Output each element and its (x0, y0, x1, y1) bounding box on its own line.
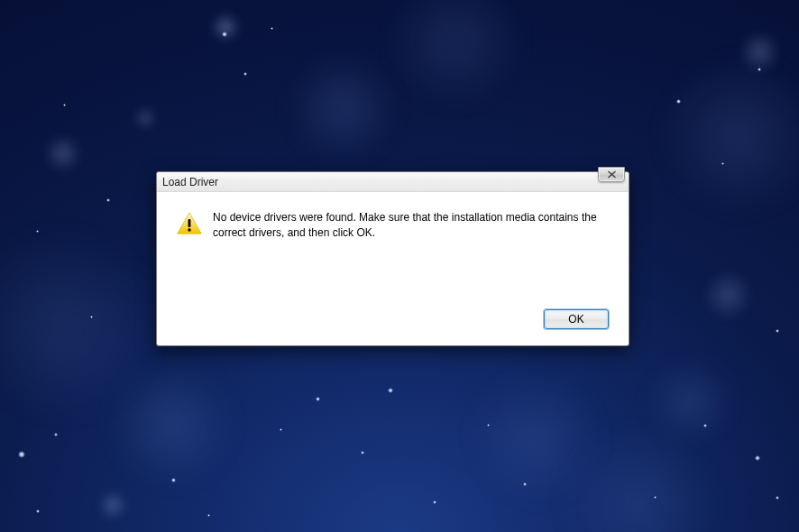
dialog-title: Load Driver (162, 176, 218, 188)
load-driver-dialog: Load Driver (156, 171, 629, 346)
ok-button[interactable]: OK (544, 309, 609, 329)
dialog-titlebar[interactable]: Load Driver (157, 172, 629, 192)
ok-button-label: OK (568, 313, 583, 326)
close-button[interactable] (598, 167, 625, 182)
svg-rect-0 (188, 219, 191, 227)
dialog-body: No device drivers were found. Make sure … (157, 192, 629, 309)
dialog-footer: OK (157, 309, 629, 345)
warning-icon (177, 210, 202, 298)
dialog-message: No device drivers were found. Make sure … (213, 210, 609, 298)
close-icon (607, 170, 617, 179)
svg-point-1 (188, 228, 190, 231)
